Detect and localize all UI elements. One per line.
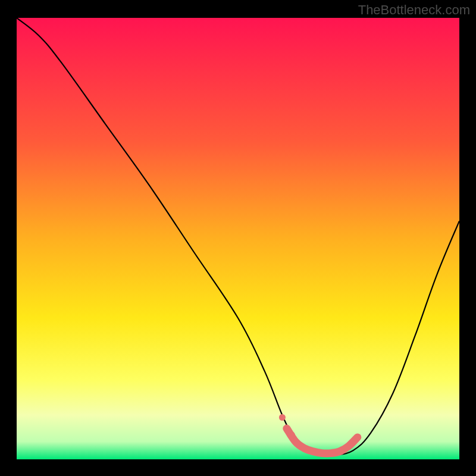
highlight-dot	[287, 431, 295, 439]
chart-container: TheBottleneck.com	[0, 0, 476, 476]
watermark-text: TheBottleneck.com	[358, 2, 470, 18]
chart-svg	[17, 18, 459, 459]
chart-area	[17, 18, 459, 459]
highlight-dot	[279, 414, 286, 421]
